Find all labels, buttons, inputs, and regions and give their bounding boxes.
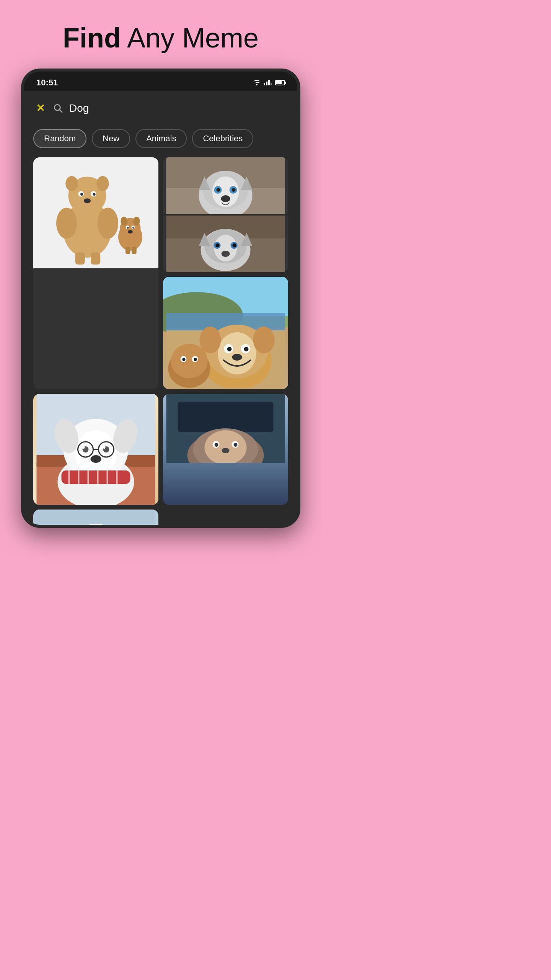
svg-rect-27 xyxy=(132,247,137,254)
meme-item-selfie[interactable] xyxy=(163,394,288,505)
svg-point-60 xyxy=(218,332,256,374)
svg-point-73 xyxy=(194,358,197,361)
svg-point-69 xyxy=(171,344,208,378)
svg-point-53 xyxy=(222,251,230,257)
svg-line-1 xyxy=(60,110,62,113)
svg-point-90 xyxy=(91,455,101,463)
svg-rect-91 xyxy=(62,470,130,484)
phone-device: 10:51 ✕ xyxy=(21,69,300,528)
svg-point-24 xyxy=(132,227,134,229)
svg-point-72 xyxy=(183,358,186,361)
svg-point-65 xyxy=(227,347,232,351)
svg-rect-26 xyxy=(126,247,130,254)
battery-icon xyxy=(275,80,285,85)
page-title: Find Any Meme xyxy=(15,23,306,53)
chip-random[interactable]: Random xyxy=(33,129,86,148)
svg-rect-15 xyxy=(75,253,85,265)
svg-point-12 xyxy=(80,193,83,196)
close-button[interactable]: ✕ xyxy=(33,101,47,115)
search-icon-wrap xyxy=(53,103,63,113)
svg-point-6 xyxy=(98,208,118,239)
meme-grid xyxy=(33,157,288,525)
svg-rect-108 xyxy=(37,510,155,525)
search-icon xyxy=(53,103,63,113)
svg-point-40 xyxy=(221,195,230,202)
title-normal: Any Meme xyxy=(121,23,259,53)
search-query[interactable]: Dog xyxy=(69,102,89,114)
search-bar[interactable]: ✕ Dog xyxy=(33,98,288,118)
meme-item-puppy[interactable] xyxy=(33,510,158,525)
svg-point-38 xyxy=(217,188,220,192)
chip-animals[interactable]: Animals xyxy=(135,129,187,148)
svg-point-0 xyxy=(54,105,60,110)
svg-point-19 xyxy=(121,217,127,225)
status-time: 10:51 xyxy=(36,78,58,88)
status-bar: 10:51 xyxy=(24,72,297,91)
svg-point-52 xyxy=(233,243,236,247)
wifi-icon xyxy=(253,80,261,85)
svg-point-39 xyxy=(232,188,236,192)
svg-rect-16 xyxy=(91,253,100,265)
signal-icon xyxy=(264,80,272,85)
svg-point-23 xyxy=(127,227,129,229)
phone-content: ✕ Dog Random New Animals Celebrities xyxy=(24,91,297,525)
meme-item-doge[interactable] xyxy=(33,157,158,389)
close-icon: ✕ xyxy=(36,103,45,114)
meme-item-nerd-dog[interactable] xyxy=(33,394,158,505)
svg-point-13 xyxy=(93,193,95,196)
svg-point-105 xyxy=(215,443,218,447)
svg-point-8 xyxy=(65,176,78,191)
svg-point-5 xyxy=(56,208,77,239)
svg-point-89 xyxy=(103,446,106,449)
filter-chips: Random New Animals Celebrities xyxy=(33,129,288,148)
svg-point-66 xyxy=(244,347,249,351)
page-background: Find Any Meme 10:51 xyxy=(0,0,321,528)
svg-point-107 xyxy=(222,448,230,453)
page-header: Find Any Meme xyxy=(0,0,321,69)
svg-point-51 xyxy=(216,243,220,247)
meme-item-smiling-dog[interactable] xyxy=(163,277,288,389)
chip-celebrities[interactable]: Celebrities xyxy=(192,129,253,148)
svg-point-88 xyxy=(83,446,85,449)
svg-point-14 xyxy=(84,198,91,203)
svg-point-25 xyxy=(128,230,133,234)
meme-item-husky[interactable] xyxy=(163,157,288,272)
svg-point-106 xyxy=(234,443,238,447)
svg-point-9 xyxy=(96,176,109,191)
svg-point-67 xyxy=(232,354,242,361)
svg-rect-99 xyxy=(178,402,274,432)
svg-point-62 xyxy=(253,327,275,353)
title-bold: Find xyxy=(63,23,121,53)
svg-point-61 xyxy=(200,327,221,353)
chip-new[interactable]: New xyxy=(92,129,130,148)
svg-point-20 xyxy=(133,217,140,225)
status-icons xyxy=(253,80,285,85)
